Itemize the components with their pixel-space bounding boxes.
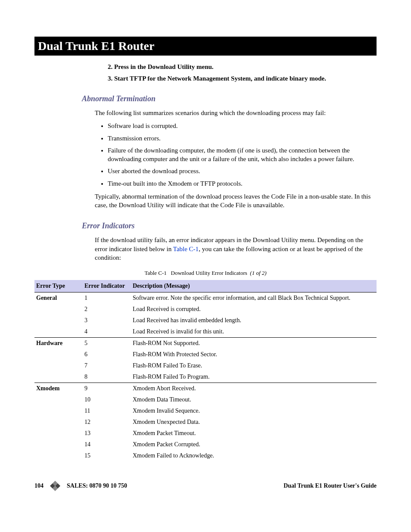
cell-description: Flash-ROM Failed To Program. <box>131 371 377 383</box>
th-error-type: Error Type <box>34 280 83 292</box>
page-number: 104 <box>34 482 44 489</box>
cell-description: Flash-ROM Failed To Erase. <box>131 360 377 371</box>
sales-phone: SALES: 0870 90 10 750 <box>67 482 127 489</box>
cell-error-type <box>34 428 83 439</box>
cell-description: Xmodem Abort Received. <box>131 383 377 395</box>
cell-description: Load Received is corrupted. <box>131 304 377 315</box>
cell-description: Xmodem Invalid Sequence. <box>131 405 377 417</box>
cell-description: Xmodem Packet Timeout. <box>131 428 377 439</box>
table-row: 6Flash-ROM With Protected Sector. <box>34 349 377 360</box>
cell-description: Load Received is invalid for this unit. <box>131 326 377 338</box>
cell-error-type <box>34 349 83 360</box>
list-item: Software load is corrupted. <box>108 121 377 130</box>
cell-error-indicator: 2 <box>83 304 131 315</box>
table-row: General1Software error. Note the specifi… <box>34 292 377 304</box>
table-row: 10Xmodem Data Timeout. <box>34 394 377 405</box>
cell-error-indicator: 15 <box>83 450 131 461</box>
table-row: 13Xmodem Packet Timeout. <box>34 428 377 439</box>
table-row: Xmodem9Xmodem Abort Received. <box>34 383 377 395</box>
cell-error-type: Hardware <box>34 338 83 349</box>
table-row: 3Load Received has invalid embedded leng… <box>34 315 377 326</box>
cell-error-type <box>34 394 83 405</box>
step-3: 3. Start TFTP for the Network Management… <box>108 75 377 82</box>
cell-error-type <box>34 304 83 315</box>
list-item: User aborted the download process. <box>108 167 377 175</box>
abnormal-intro: The following list summarizes scenarios … <box>95 109 377 117</box>
heading-abnormal-termination: Abnormal Termination <box>82 94 377 103</box>
page-footer: 104 SALES: 0870 90 10 750 Dual Trunk E1 … <box>34 479 377 493</box>
cell-error-type <box>34 439 83 450</box>
cell-error-type <box>34 371 83 383</box>
table-c1-link[interactable]: Table C-1 <box>173 246 199 252</box>
table-row: 4Load Received is invalid for this unit. <box>34 326 377 338</box>
cell-error-indicator: 1 <box>83 292 131 304</box>
table-row: 12Xmodem Unexpected Data. <box>34 417 377 428</box>
error-indicators-table: Error Type Error Indicator Description (… <box>34 280 377 461</box>
heading-error-indicators: Error Indicators <box>82 221 377 230</box>
numbered-steps: 2. Press in the Download Utility menu. 3… <box>108 63 377 82</box>
caption-label: Table C-1 <box>144 270 166 276</box>
error-intro: If the download utility fails, an error … <box>95 236 377 262</box>
cell-description: Flash-ROM With Protected Sector. <box>131 349 377 360</box>
table-row: 15Xmodem Failed to Acknowledge. <box>34 450 377 461</box>
cell-error-type <box>34 360 83 371</box>
abnormal-bullets: Software load is corrupted. Transmission… <box>99 121 377 188</box>
list-item: Time-out built into the Xmodem or TFTP p… <box>108 179 377 188</box>
cell-description: Load Received has invalid embedded lengt… <box>131 315 377 326</box>
table-row: 2Load Received is corrupted. <box>34 304 377 315</box>
table-row: 8Flash-ROM Failed To Program. <box>34 371 377 383</box>
cell-error-indicator: 13 <box>83 428 131 439</box>
cell-error-indicator: 10 <box>83 394 131 405</box>
cell-error-indicator: 9 <box>83 383 131 395</box>
cell-error-indicator: 12 <box>83 417 131 428</box>
cell-error-type <box>34 326 83 338</box>
cell-error-type: General <box>34 292 83 304</box>
step-2: 2. Press in the Download Utility menu. <box>108 63 377 71</box>
list-item: Transmission errors. <box>108 134 377 143</box>
diamond-logo-icon <box>48 479 62 493</box>
cell-error-indicator: 14 <box>83 439 131 450</box>
cell-description: Xmodem Unexpected Data. <box>131 417 377 428</box>
table-caption: Table C-1 Download Utility Error Indicat… <box>34 270 377 277</box>
cell-error-indicator: 11 <box>83 405 131 417</box>
cell-error-type <box>34 417 83 428</box>
cell-description: Xmodem Data Timeout. <box>131 394 377 405</box>
th-error-indicator: Error Indicator <box>83 280 131 292</box>
abnormal-after: Typically, abnormal termination of the d… <box>95 192 377 210</box>
cell-error-type <box>34 405 83 417</box>
page-title-bar: Dual Trunk E1 Router <box>34 37 377 56</box>
table-row: 14Xmodem Packet Corrupted. <box>34 439 377 450</box>
table-row: 11Xmodem Invalid Sequence. <box>34 405 377 417</box>
table-row: 7Flash-ROM Failed To Erase. <box>34 360 377 371</box>
table-row: Hardware5Flash-ROM Not Supported. <box>34 338 377 349</box>
cell-error-type: Xmodem <box>34 383 83 395</box>
th-description: Description (Message) <box>131 280 377 292</box>
caption-title: Download Utility Error Indicators <box>171 270 247 276</box>
cell-error-indicator: 3 <box>83 315 131 326</box>
cell-description: Xmodem Failed to Acknowledge. <box>131 450 377 461</box>
cell-error-indicator: 6 <box>83 349 131 360</box>
cell-description: Software error. Note the specific error … <box>131 292 377 304</box>
cell-error-indicator: 4 <box>83 326 131 338</box>
cell-description: Xmodem Packet Corrupted. <box>131 439 377 450</box>
table-body: General1Software error. Note the specifi… <box>34 292 377 462</box>
cell-error-type <box>34 315 83 326</box>
cell-error-type <box>34 450 83 461</box>
cell-description: Flash-ROM Not Supported. <box>131 338 377 349</box>
cell-error-indicator: 7 <box>83 360 131 371</box>
cell-error-indicator: 5 <box>83 338 131 349</box>
guide-title: Dual Trunk E1 Router User's Guide <box>283 482 377 489</box>
cell-error-indicator: 8 <box>83 371 131 383</box>
caption-page: (1 of 2) <box>250 270 266 276</box>
list-item: Failure of the downloading computer, the… <box>108 146 377 164</box>
